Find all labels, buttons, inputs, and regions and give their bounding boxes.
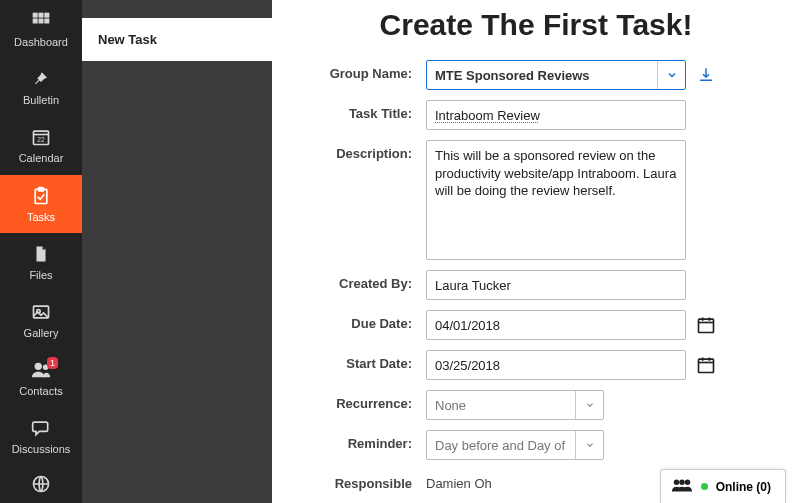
globe-icon [30, 473, 52, 495]
start-date-input[interactable] [426, 350, 686, 380]
nav-calendar[interactable]: 22 Calendar [0, 116, 82, 174]
task-title-input[interactable] [426, 100, 686, 130]
svg-rect-10 [39, 187, 44, 190]
nav-files[interactable]: Files [0, 233, 82, 291]
label-recurrence: Recurrence: [302, 390, 426, 411]
svg-rect-16 [699, 319, 714, 332]
nav-label: Bulletin [23, 94, 59, 106]
svg-point-26 [684, 480, 690, 486]
main-panel: Create The First Task! Group Name: MTE S… [272, 0, 800, 503]
notification-badge: 1 [47, 357, 58, 369]
nav-more[interactable] [0, 466, 82, 504]
new-task-card[interactable]: New Task [82, 18, 272, 61]
responsible-person: Damien Oh [426, 470, 492, 491]
recurrence-select[interactable]: None [426, 390, 604, 420]
svg-rect-5 [44, 19, 49, 24]
svg-text:22: 22 [37, 136, 45, 143]
label-start-date: Start Date: [302, 350, 426, 371]
nav-label: Tasks [27, 211, 55, 223]
online-dot-icon [701, 483, 708, 490]
nav-tasks[interactable]: Tasks [0, 175, 82, 233]
reminder-select[interactable]: Day before and Day of [426, 430, 604, 460]
nav-label: Dashboard [14, 36, 68, 48]
label-due-date: Due Date: [302, 310, 426, 331]
description-input[interactable] [426, 140, 686, 260]
nav-gallery[interactable]: Gallery [0, 291, 82, 349]
label-task-title: Task Title: [302, 100, 426, 121]
label-created-by: Created By: [302, 270, 426, 291]
chat-icon [30, 417, 52, 439]
svg-rect-3 [33, 19, 38, 24]
secondary-panel: New Task [82, 0, 272, 503]
label-responsible: Responsible [302, 470, 426, 491]
nav-label: Contacts [19, 385, 62, 397]
calendar-icon: 22 [30, 126, 52, 148]
clipboard-check-icon [30, 185, 52, 207]
due-date-input[interactable] [426, 310, 686, 340]
svg-point-24 [673, 480, 679, 486]
sidebar: Dashboard Bulletin 22 Calendar Tasks Fil… [0, 0, 82, 503]
label-description: Description: [302, 140, 426, 161]
svg-rect-4 [39, 19, 44, 24]
nav-label: Calendar [19, 152, 64, 164]
nav-discussions[interactable]: Discussions [0, 407, 82, 465]
label-group: Group Name: [302, 60, 426, 81]
svg-point-25 [679, 480, 685, 486]
nav-label: Files [29, 269, 52, 281]
svg-rect-2 [44, 13, 49, 18]
svg-rect-0 [33, 13, 38, 18]
nav-label: Gallery [24, 327, 59, 339]
online-status-bar[interactable]: Online (0) [660, 469, 786, 503]
chevron-down-icon [575, 391, 603, 419]
grid-icon [30, 10, 52, 32]
pin-icon [30, 68, 52, 90]
chevron-down-icon [657, 61, 685, 89]
svg-rect-20 [699, 359, 714, 372]
nav-dashboard[interactable]: Dashboard [0, 0, 82, 58]
nav-contacts[interactable]: 1 Contacts [0, 349, 82, 407]
image-icon [30, 301, 52, 323]
page-title: Create The First Task! [302, 8, 770, 42]
recurrence-value: None [435, 398, 466, 413]
file-icon [30, 243, 52, 265]
online-label: Online (0) [716, 480, 771, 494]
reminder-value: Day before and Day of [435, 438, 565, 453]
group-select[interactable]: MTE Sponsored Reviews [426, 60, 686, 90]
chevron-down-icon [575, 431, 603, 459]
people-icon [671, 477, 693, 496]
group-select-value: MTE Sponsored Reviews [435, 68, 590, 83]
nav-label: Discussions [12, 443, 71, 455]
new-task-label: New Task [98, 32, 157, 47]
svg-rect-1 [39, 13, 44, 18]
start-date-calendar-button[interactable] [694, 350, 718, 380]
svg-point-13 [35, 363, 42, 370]
nav-bulletin[interactable]: Bulletin [0, 58, 82, 116]
due-date-calendar-button[interactable] [694, 310, 718, 340]
created-by-input [426, 270, 686, 300]
download-group-button[interactable] [694, 60, 718, 90]
label-reminder: Reminder: [302, 430, 426, 451]
